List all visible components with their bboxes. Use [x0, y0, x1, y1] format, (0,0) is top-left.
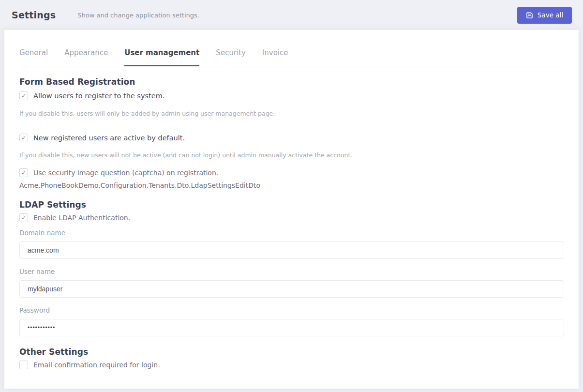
new-users-active-row: New registered users are active by defau…: [19, 134, 564, 142]
allow-register-label[interactable]: Allow users to register to the system.: [33, 92, 164, 100]
ldap-dto-class-text: Acme.PhoneBookDemo.Configuration.Tenants…: [19, 181, 564, 189]
email-confirmation-checkbox[interactable]: [19, 361, 28, 369]
title-divider: [68, 5, 68, 25]
settings-tab-bar: General Appearance User management Secur…: [19, 48, 564, 66]
page-subtitle: Show and change application settings.: [77, 12, 199, 19]
allow-register-checkbox[interactable]: [19, 91, 28, 100]
enable-ldap-label[interactable]: Enable LDAP Authentication.: [33, 214, 130, 222]
password-field: Password: [19, 306, 564, 336]
section-title-form-based-registration: Form Based Registration: [19, 77, 564, 87]
save-all-button[interactable]: Save all: [517, 7, 572, 24]
enable-ldap-checkbox[interactable]: [19, 213, 28, 222]
password-input[interactable]: [19, 319, 564, 336]
new-users-active-hint: If you disable this, new users will not …: [19, 151, 564, 159]
captcha-label[interactable]: Use security image question (captcha) on…: [33, 169, 218, 177]
user-name-label: User name: [19, 268, 564, 275]
password-label: Password: [19, 306, 564, 314]
page-title: Settings: [12, 10, 56, 20]
captcha-row: Use security image question (captcha) on…: [19, 168, 564, 177]
section-title-other-settings: Other Settings: [19, 347, 564, 357]
email-confirmation-label[interactable]: Email confirmation required for login.: [33, 361, 160, 369]
tab-user-management[interactable]: User management: [124, 48, 199, 66]
top-header-bar: Settings Show and change application set…: [0, 0, 583, 30]
floppy-disk-icon: [526, 12, 533, 19]
domain-name-input[interactable]: [19, 241, 564, 259]
user-name-input[interactable]: [19, 280, 564, 298]
tab-appearance[interactable]: Appearance: [64, 48, 108, 66]
domain-name-label: Domain name: [19, 229, 564, 237]
new-users-active-checkbox[interactable]: [19, 134, 28, 142]
settings-card: General Appearance User management Secur…: [4, 30, 579, 389]
section-title-ldap-settings: LDAP Settings: [19, 200, 564, 210]
email-confirmation-row: Email confirmation required for login.: [19, 361, 564, 369]
allow-register-hint: If you disable this, users will only be …: [19, 110, 564, 117]
new-users-active-label[interactable]: New registered users are active by defau…: [33, 134, 185, 142]
tab-security[interactable]: Security: [216, 48, 246, 66]
domain-name-field: Domain name: [19, 229, 564, 259]
tab-invoice[interactable]: Invoice: [262, 48, 288, 66]
user-name-field: User name: [19, 268, 564, 298]
captcha-checkbox[interactable]: [19, 168, 28, 177]
save-all-label: Save all: [538, 11, 563, 19]
allow-register-row: Allow users to register to the system.: [19, 91, 564, 100]
enable-ldap-row: Enable LDAP Authentication.: [19, 213, 564, 222]
tab-general[interactable]: General: [19, 48, 48, 66]
